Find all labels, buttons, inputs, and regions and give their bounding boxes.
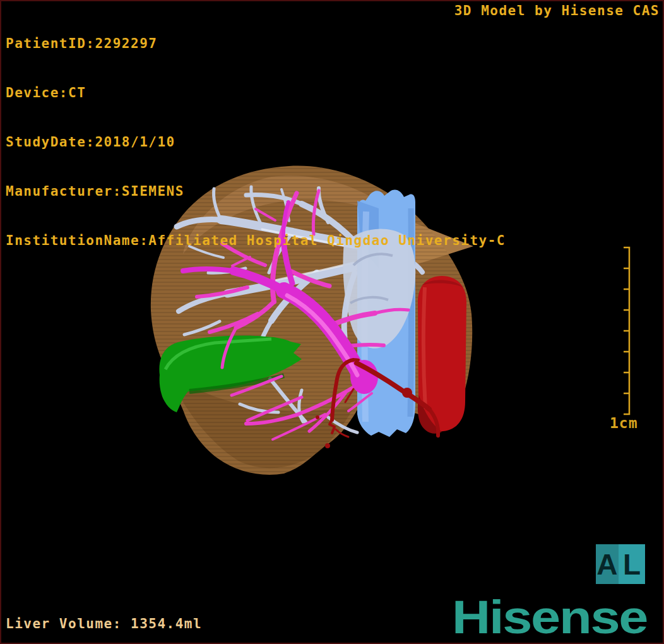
scale-bar	[624, 247, 629, 414]
study-date-text: StudyDate:2018/1/10	[6, 134, 506, 150]
aorta-model[interactable]	[418, 276, 466, 434]
viewer-window: PatientID:2292297 Device:CT StudyDate:20…	[0, 0, 664, 644]
liver-volume-readout: Liver Volume: 1354.4ml	[6, 616, 202, 632]
orientation-cube[interactable]: A L	[596, 544, 645, 584]
brand-logo: Hisense	[452, 590, 647, 644]
orientation-letter-a: A	[596, 550, 617, 579]
patient-info: PatientID:2292297 Device:CT StudyDate:20…	[6, 3, 506, 282]
patient-id-text: PatientID:2292297	[6, 35, 506, 52]
orientation-face-anterior[interactable]: A	[596, 544, 619, 584]
watermark-title: 3D Model by Hisense CAS	[454, 3, 660, 19]
scale-label: 1cm	[610, 415, 638, 431]
aorta-highlight	[424, 287, 425, 409]
institution-text: InstitutionName:Affiliated Hospital Qing…	[6, 232, 506, 249]
device-text: Device:CT	[6, 85, 506, 101]
orientation-face-left[interactable]: L	[619, 544, 645, 584]
manufacturer-text: Manufacturer:SIEMENS	[6, 183, 506, 200]
orientation-letter-l: L	[623, 550, 641, 579]
